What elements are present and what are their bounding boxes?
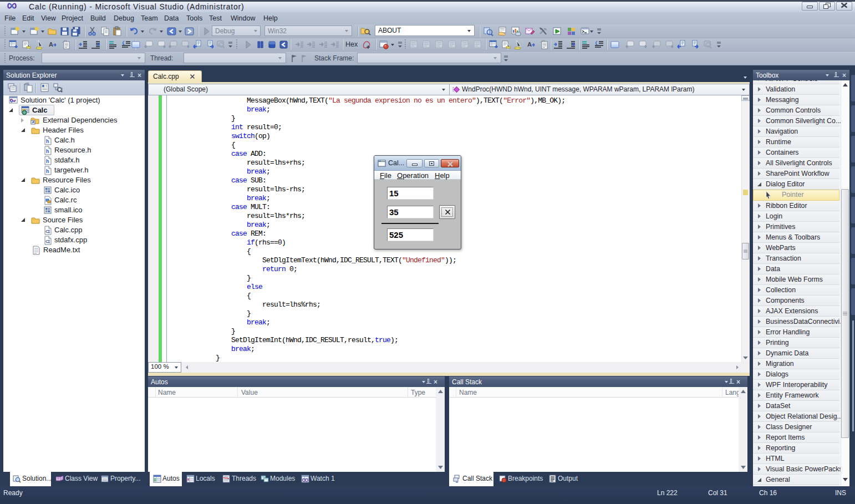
svg-text:h: h (46, 149, 49, 154)
svg-text:h: h (46, 169, 49, 174)
svg-text:A: A (527, 41, 532, 48)
svg-text:h: h (46, 139, 49, 144)
svg-text:h: h (46, 159, 49, 164)
svg-text:C: C (45, 229, 49, 234)
svg-text:C: C (45, 239, 49, 244)
svg-text:A: A (49, 41, 53, 48)
